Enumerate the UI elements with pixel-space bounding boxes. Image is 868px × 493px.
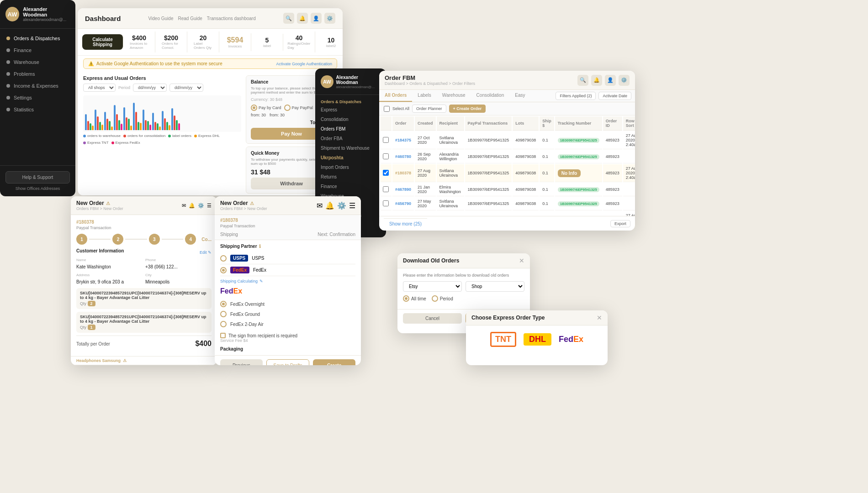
export-button[interactable]: Export <box>610 220 630 227</box>
close-express-modal-icon[interactable]: ✕ <box>597 314 602 321</box>
row-checkbox[interactable] <box>383 200 389 206</box>
bell-icon-3[interactable]: 🔔 <box>325 201 334 210</box>
create-order-button[interactable]: + Create Order <box>449 105 486 113</box>
fedex-carrier-button[interactable]: FedEx <box>559 335 583 344</box>
tab-consolidation[interactable]: Consolidation <box>471 90 510 102</box>
fedex-option[interactable]: FedEx FedEx <box>220 264 355 276</box>
ofbm-user-icon[interactable]: 👤 <box>605 75 616 86</box>
help-support-button[interactable]: Help & Support <box>5 171 70 184</box>
gear-icon[interactable]: ⚙️ <box>324 13 335 24</box>
s2-item-returns[interactable]: Returns <box>315 172 386 182</box>
bell-icon[interactable]: 🔔 <box>297 13 308 24</box>
order-paypal: 1B30997/6EP9541325 <box>465 150 512 163</box>
sidebar-item-statistics[interactable]: Statistics <box>0 104 75 115</box>
ofbm-search-icon[interactable]: 🔍 <box>577 75 588 86</box>
s2-item-shipment[interactable]: Shipment to Warehouse <box>315 143 386 153</box>
row-checkbox[interactable] <box>383 137 389 143</box>
sidebar-item-orders[interactable]: Orders & Dispatches <box>0 32 75 44</box>
ofbm-tabs: All Orders Labels Warehouse Consolidatio… <box>379 90 635 102</box>
sidebar-item-problems[interactable]: Problems <box>0 68 75 80</box>
order-id-link[interactable]: #467890 <box>395 187 411 192</box>
order-id-link[interactable]: #184375 <box>395 138 411 142</box>
menu-icon[interactable]: ☰ <box>207 203 212 209</box>
period-from-select[interactable]: dd/mm/yy <box>133 84 167 92</box>
row-checkbox[interactable] <box>383 153 389 159</box>
close-download-modal-icon[interactable]: ✕ <box>519 257 524 264</box>
sidebar-item-warehouse[interactable]: Warehouse <box>0 56 75 68</box>
ofbm-gear-icon[interactable]: ⚙️ <box>619 75 630 86</box>
all-shops-select[interactable]: All shops <box>83 84 116 92</box>
s2-item-ukrposhta[interactable]: Ukrposhta <box>315 153 386 163</box>
order-id-link[interactable]: #456790 <box>395 201 411 206</box>
pay-paypal-option[interactable]: Pay PayPal <box>284 105 313 111</box>
activate-google-auth-link[interactable]: Activate Google Authentication <box>276 62 332 66</box>
row-checkbox[interactable] <box>383 186 389 192</box>
insurance-checkbox[interactable] <box>220 333 226 338</box>
new-order-1-footer: Previous Save to Drafts Create <box>71 365 217 365</box>
transactions-link[interactable]: Transactions dashboard <box>207 16 256 21</box>
ground-label: FedEx Ground <box>230 312 260 317</box>
stats-row: CalculateShipping $400 Invoices to Amazo… <box>78 29 343 56</box>
shipping-partner-title: Shipping Partner ℹ <box>220 244 355 249</box>
filters-button[interactable]: Filters Applied (2) <box>556 92 596 100</box>
sidebar-item-settings[interactable]: Settings <box>0 92 75 104</box>
tab-easy[interactable]: Easy <box>509 90 530 102</box>
fedex-ground-option[interactable]: FedEx Ground <box>220 309 355 319</box>
s2-item-finance[interactable]: Finance <box>315 182 386 191</box>
gear-icon-2[interactable]: ⚙️ <box>198 203 204 209</box>
all-time-option[interactable]: All time <box>403 295 426 302</box>
shipping-calculating-link[interactable]: Shipping Calculating ✎ <box>220 279 355 283</box>
sidebar-item-finance[interactable]: Finance <box>0 44 75 56</box>
calculate-shipping-card[interactable]: CalculateShipping <box>82 34 123 50</box>
sidebar-nav: Orders & Dispatches Finance Warehouse Pr… <box>0 29 75 165</box>
user-icon[interactable]: 👤 <box>311 13 322 24</box>
bell-icon-2[interactable]: 🔔 <box>189 203 195 209</box>
dhl-carrier-button[interactable]: DHL <box>524 333 551 346</box>
menu-icon-2[interactable]: ☰ <box>349 201 355 210</box>
s2-item-order-fba[interactable]: Order FBA <box>315 134 386 143</box>
mail-icon-2[interactable]: ✉ <box>317 201 323 210</box>
tab-all-orders[interactable]: All Orders <box>379 90 412 102</box>
search-icon[interactable]: 🔍 <box>283 13 294 24</box>
pay-by-card-option[interactable]: Pay by Card <box>251 105 281 111</box>
shop-type-select[interactable]: Etsy <box>403 281 462 292</box>
step-info-2: Shipping Next: Confirmation <box>220 232 355 237</box>
edit-customer-link[interactable]: Edit ✎ <box>200 250 212 255</box>
video-guide-link[interactable]: Video Guide <box>148 16 174 21</box>
tab-warehouse[interactable]: Warehouse <box>437 90 471 102</box>
sidebar-item-income[interactable]: Income & Expenses <box>0 80 75 92</box>
period-option[interactable]: Period <box>432 295 453 302</box>
step-progress: 1 2 3 4 Co... <box>76 234 212 245</box>
show-more-link[interactable]: Show more (25) <box>384 218 427 229</box>
s2-item-orders-fbm[interactable]: Orders FBM <box>315 124 386 134</box>
mail-icon[interactable]: ✉ <box>182 203 186 209</box>
order-id-link[interactable]: #460780 <box>395 154 411 159</box>
create-button-2[interactable]: Create <box>313 359 355 365</box>
usps-option[interactable]: USPS USPS <box>220 252 355 264</box>
order-id-link[interactable]: #180378 <box>395 171 411 175</box>
express-modal-title: Choose Express Order Type <box>471 315 545 321</box>
gear-icon-3[interactable]: ⚙️ <box>337 201 346 210</box>
show-offices-link[interactable]: Show Offices Addresses <box>5 186 70 191</box>
fedex-2day-option[interactable]: FedEx 2-Day Air <box>220 319 355 329</box>
read-guide-link[interactable]: Read Guide <box>178 16 202 21</box>
stat-misc2: 10 label2 <box>315 34 343 51</box>
tnt-carrier-button[interactable]: TNT <box>490 332 516 347</box>
s2-item-express[interactable]: Express <box>315 105 386 115</box>
activate-date-button[interactable]: Activate Date <box>598 92 631 100</box>
s2-item-import[interactable]: Import Orders <box>315 163 386 172</box>
order-planner-button[interactable]: Order Planner <box>412 105 446 113</box>
cancel-button[interactable]: Cancel <box>403 313 462 324</box>
ofbm-bell-icon[interactable]: 🔔 <box>591 75 602 86</box>
tab-labels[interactable]: Labels <box>412 90 436 102</box>
s2-item-consolidation[interactable]: Consolidation <box>315 115 386 124</box>
row-checkbox[interactable] <box>383 170 389 176</box>
fedex-overnight-option[interactable]: FedEx Overnight <box>220 299 355 309</box>
edit-icon: ✎ <box>259 279 263 283</box>
previous-button-2[interactable]: Previous <box>220 359 263 365</box>
product-sku-1: SKU[04000722394857291UPC[04000721046374]… <box>76 288 212 309</box>
shop-select[interactable]: Shop <box>466 281 524 292</box>
save-drafts-button-2[interactable]: Save to Drafts <box>266 359 310 365</box>
period-to-select[interactable]: dd/mm/yy <box>169 84 203 92</box>
select-all-checkbox[interactable] <box>384 106 390 112</box>
